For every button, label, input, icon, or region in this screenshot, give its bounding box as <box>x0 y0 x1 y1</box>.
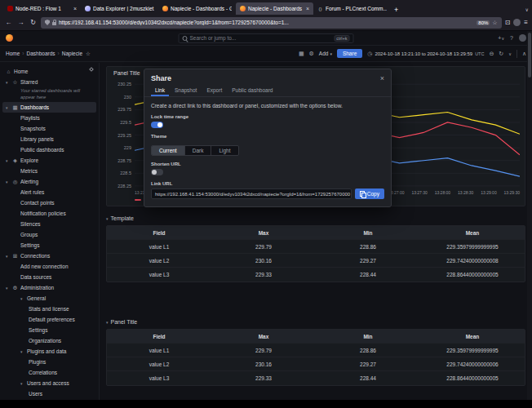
chevron-down-icon[interactable]: ▾ <box>6 80 10 85</box>
sidebar-item-settings[interactable]: Settings <box>0 240 99 251</box>
browser-tab-data-explorer-2muszkiet[interactable]: Data Explorer | 2muszkiet... <box>81 2 158 15</box>
sidebar-item-notification-policies[interactable]: Notification policies <box>0 208 99 219</box>
sidebar-item-settings[interactable]: Settings <box>0 325 99 335</box>
share-tab-export[interactable]: Export <box>202 85 226 96</box>
column-header-field[interactable]: Field <box>107 334 211 339</box>
lock-time-range-toggle[interactable] <box>151 122 163 128</box>
table-panel-template[interactable]: FieldMaxMinMeanvalue L1229.79228.86229.3… <box>106 225 525 282</box>
sidebar-item-contact-points[interactable]: Contact points <box>0 197 99 208</box>
scrollbar-thumb[interactable] <box>528 33 531 78</box>
chevron-down-icon[interactable]: ▾ <box>20 296 24 301</box>
column-header-min[interactable]: Min <box>316 230 420 236</box>
chevron-down-icon[interactable]: ▾ <box>20 381 24 386</box>
column-header-min[interactable]: Min <box>316 334 420 339</box>
browser-tab-napiecie-dashboards-g[interactable]: Napiecie - Dashboards - G× <box>236 2 313 15</box>
sidebar-item-starred[interactable]: ▾☆Starred <box>0 77 99 87</box>
browser-tab-forum-plcnext-comm[interactable]: ()Forum - PLCnext Comm... <box>313 2 391 15</box>
breadcrumb-home[interactable]: Home <box>6 51 20 56</box>
list-all-tabs-icon[interactable]: ∨ <box>525 7 529 12</box>
page-scrollbar[interactable] <box>527 31 532 400</box>
user-avatar[interactable] <box>519 34 526 42</box>
forward-button[interactable]: → <box>16 19 25 26</box>
back-button[interactable]: ← <box>4 19 13 26</box>
browser-tab-node-red-flow-1[interactable]: Node-RED : Flow 1× <box>3 2 81 15</box>
sidebar-item-metrics[interactable]: Metrics <box>0 166 99 176</box>
chevron-down-icon[interactable]: ▾ <box>6 286 10 290</box>
sidebar-item-stats-and-license[interactable]: Stats and license <box>0 304 99 314</box>
sidebar-item-connections[interactable]: ▾⊞Connections <box>0 251 99 261</box>
reload-button[interactable]: ↻ <box>29 19 38 26</box>
sidebar-item-correlations[interactable]: Correlations <box>0 367 99 378</box>
tab-close-icon[interactable]: × <box>73 6 77 11</box>
column-header-mean[interactable]: Mean <box>420 334 525 339</box>
refresh-interval-chevron-icon[interactable]: ∨ <box>508 51 512 56</box>
sidebar-item-alert-rules[interactable]: Alert rules <box>0 187 99 197</box>
link-url-input[interactable]: https://192.168.41.154:53000/d/edyv1034t… <box>151 188 352 199</box>
share-button[interactable]: Share <box>337 49 362 58</box>
sidebar-item-plugins-and-data[interactable]: ▾Plugins and data <box>0 346 99 357</box>
bookmark-star-icon[interactable]: ☆ <box>492 20 497 26</box>
refresh-icon[interactable]: ↻ <box>499 51 503 57</box>
chevron-down-icon[interactable]: ▾ <box>20 349 24 354</box>
sidebar-item-groups[interactable]: Groups <box>0 229 99 240</box>
copy-button[interactable]: Copy <box>355 188 384 199</box>
share-tab-link[interactable]: Link <box>151 85 169 96</box>
sidebar-item-playlists[interactable]: Playlists <box>0 113 99 123</box>
column-header-field[interactable]: Field <box>107 230 211 236</box>
browser-tab-napiecie-dashboards-g[interactable]: Napiecie - Dashboards - G... <box>158 2 236 15</box>
sidebar-item-dashboards[interactable]: ▾▦Dashboards <box>2 102 96 113</box>
chevron-down-icon[interactable]: ▾ <box>6 105 10 110</box>
new-menu-icon[interactable]: +∨ <box>498 35 504 41</box>
share-tab-snapshot[interactable]: Snapshot <box>171 85 201 96</box>
sidebar-item-administration[interactable]: ▾⚙Administration <box>0 282 99 293</box>
add-button[interactable]: Add▾ <box>319 51 332 56</box>
tab-close-icon[interactable]: × <box>305 6 309 11</box>
panels-grid-icon[interactable]: ▦ <box>299 51 304 57</box>
sidebar-item-users-and-access[interactable]: ▾Users and access <box>0 378 99 388</box>
sidebar-item-snapshots[interactable]: Snapshots <box>0 123 99 134</box>
sidebar-item-public-dashboards[interactable]: Public dashboards <box>0 144 99 155</box>
sidebar-item-silences[interactable]: Silences <box>0 219 99 229</box>
dashboard-settings-icon[interactable]: ⚙ <box>309 51 314 57</box>
sidebar-item-explore[interactable]: ▾◈Explore <box>0 155 99 166</box>
sidebar-item-users[interactable]: Users <box>0 388 99 399</box>
chevron-down-icon[interactable]: ▾ <box>6 158 10 163</box>
sidebar-item-add-new-connection[interactable]: Add new connection <box>0 261 99 272</box>
dashboard-row-template[interactable]: ▾ Template <box>106 213 525 224</box>
url-text[interactable]: https://192.168.41.154:53000/d/edyv1034t… <box>59 20 474 25</box>
collapse-controls-icon[interactable]: ∧ <box>522 51 526 57</box>
extensions-icon[interactable]: ⊡ <box>505 19 511 26</box>
column-header-max[interactable]: Max <box>211 334 316 339</box>
share-tab-public-dashboard[interactable]: Public dashboard <box>228 85 277 96</box>
chevron-down-icon[interactable]: ▾ <box>6 180 10 184</box>
close-icon[interactable]: × <box>380 74 384 82</box>
sidebar-item-plugins[interactable]: Plugins <box>0 357 99 367</box>
sidebar-item-general[interactable]: ▾General <box>0 293 99 304</box>
column-header-mean[interactable]: Mean <box>420 230 525 236</box>
zoom-out-icon[interactable]: ⊖ <box>489 51 494 57</box>
sidebar-item-alerting[interactable]: ▾◎Alerting <box>0 176 99 187</box>
dashboard-row-panel-title[interactable]: ▾ Panel Title <box>106 317 525 327</box>
sidebar-item-home[interactable]: ⌂Home <box>0 66 99 77</box>
theme-option-dark[interactable]: Dark <box>185 146 212 155</box>
column-header-max[interactable]: Max <box>211 230 316 236</box>
sidebar-item-default-preferences[interactable]: Default preferences <box>0 314 99 325</box>
time-range-picker[interactable]: ◷ 2024-10-18 13:21:10 to 2024-10-18 13:2… <box>367 51 484 57</box>
tracking-protection-shield-icon[interactable] <box>45 20 50 25</box>
menu-icon[interactable]: ≡ <box>524 19 528 26</box>
sidebar-item-organizations[interactable]: Organizations <box>0 335 99 346</box>
sidebar-item-library-panels[interactable]: Library panels <box>0 134 99 144</box>
breadcrumb-dashboards[interactable]: Dashboards <box>27 51 55 56</box>
chevron-down-icon[interactable]: ▾ <box>6 254 10 259</box>
lock-icon[interactable] <box>52 22 56 25</box>
theme-option-light[interactable]: Light <box>211 146 237 155</box>
new-tab-button[interactable]: + <box>394 6 398 14</box>
grafana-logo-icon[interactable] <box>6 34 13 42</box>
search-input[interactable]: Search or jump to... ctrl+k <box>179 33 354 43</box>
sidebar-item-data-sources[interactable]: Data sources <box>0 272 99 282</box>
help-icon[interactable]: ? <box>510 35 513 41</box>
shorten-url-toggle[interactable] <box>151 169 163 175</box>
theme-option-current[interactable]: Current <box>152 146 185 155</box>
star-dashboard-icon[interactable]: ☆ <box>86 51 91 57</box>
table-panel-panel-title[interactable]: FieldMaxMinMeanvalue L1229.79228.86229.3… <box>106 329 525 386</box>
